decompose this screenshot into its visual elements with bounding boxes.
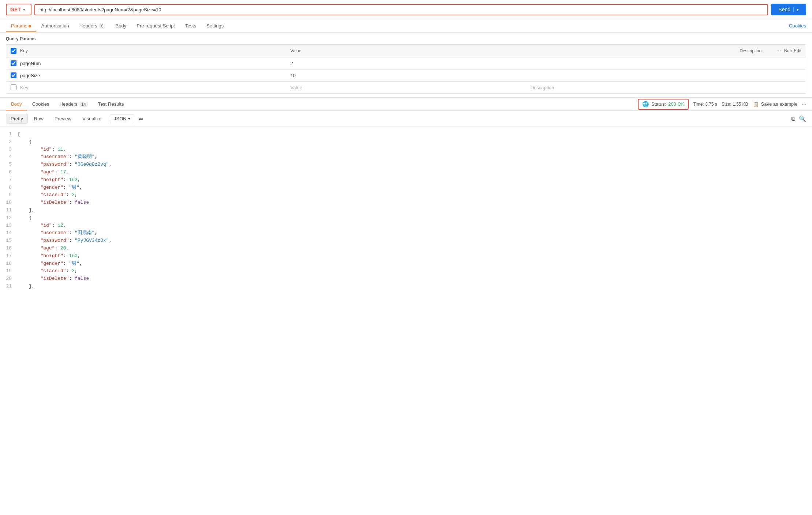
toolbar-right: ⧉ 🔍 xyxy=(791,115,806,122)
status-box: 🌐 Status: 200 OK xyxy=(638,99,689,110)
line-content: [ xyxy=(18,131,20,138)
save-example-button[interactable]: 📋 Save as example xyxy=(753,101,798,107)
code-line: 13 "id": 12, xyxy=(0,222,812,230)
param-actions-cell-0 xyxy=(766,57,806,69)
tab-headers[interactable]: Headers 6 xyxy=(74,19,111,32)
url-bar: GET ▾ Send ▾ xyxy=(0,0,812,19)
line-number: 5 xyxy=(3,161,18,169)
cookies-link[interactable]: Cookies xyxy=(789,23,806,29)
code-line: 4 "username": "黄晓明", xyxy=(0,153,812,161)
time-text: Time: 3.75 s xyxy=(693,102,717,107)
size-text: Size: 1.55 KB xyxy=(722,102,748,107)
param-checkbox-2[interactable] xyxy=(11,84,16,90)
line-content: "username": "黄晓明", xyxy=(18,153,97,161)
response-tab-headers[interactable]: Headers 14 xyxy=(55,98,93,110)
send-dropdown-icon[interactable]: ▾ xyxy=(793,7,799,12)
url-input-wrapper[interactable] xyxy=(34,4,768,15)
tab-settings[interactable]: Settings xyxy=(201,19,229,32)
code-line: 16 "age": 20, xyxy=(0,245,812,252)
code-line: 18 "gender": "男", xyxy=(0,260,812,268)
params-dot xyxy=(29,25,31,27)
param-key-cell-2: Key xyxy=(6,82,286,94)
tab-tests[interactable]: Tests xyxy=(180,19,201,32)
line-number: 8 xyxy=(3,184,18,192)
status-code: 200 OK xyxy=(668,101,684,107)
line-content: "gender": "男", xyxy=(18,184,82,192)
filter-icon[interactable]: ⇌ xyxy=(139,116,143,122)
line-content: "gender": "男", xyxy=(18,260,82,268)
line-content: "isDelete": false xyxy=(18,275,89,283)
line-content: "height": 163, xyxy=(18,176,81,184)
line-content: "classId": 3, xyxy=(18,267,78,275)
line-content: }, xyxy=(18,283,35,290)
line-content: "isDelete": false xyxy=(18,199,89,207)
visualize-button[interactable]: Visualize xyxy=(78,114,106,124)
code-line: 21 }, xyxy=(0,283,812,290)
tab-authorization[interactable]: Authorization xyxy=(36,19,74,32)
more-icon[interactable]: ··· xyxy=(776,48,781,54)
table-row: pageSize 10 xyxy=(6,69,806,82)
raw-button[interactable]: Raw xyxy=(29,114,48,124)
code-line: 8 "gender": "男", xyxy=(0,184,812,192)
line-number: 19 xyxy=(3,267,18,275)
line-number: 11 xyxy=(3,207,18,214)
params-table: Key Value Description ··· Bulk Edit xyxy=(6,44,806,94)
more-options-icon[interactable]: ··· xyxy=(802,101,806,107)
line-number: 14 xyxy=(3,229,18,237)
save-icon: 📋 xyxy=(753,101,759,107)
json-format-selector[interactable]: JSON ▾ xyxy=(110,114,134,123)
response-tabs-row: Body Cookies Headers 14 Test Results 🌐 S… xyxy=(0,97,812,111)
bulk-edit-btn[interactable]: Bulk Edit xyxy=(784,48,801,53)
tab-pre-request-script[interactable]: Pre-request Script xyxy=(131,19,180,32)
response-tab-body[interactable]: Body xyxy=(6,98,27,110)
col-header-value: Value xyxy=(286,45,526,57)
preview-button[interactable]: Preview xyxy=(50,114,76,124)
tab-body[interactable]: Body xyxy=(111,19,132,32)
code-line: 20 "isDelete": false xyxy=(0,275,812,283)
param-actions-cell-2 xyxy=(766,82,806,94)
code-line: 9 "classId": 3, xyxy=(0,191,812,199)
line-number: 15 xyxy=(3,237,18,245)
send-button[interactable]: Send ▾ xyxy=(771,4,806,15)
copy-icon[interactable]: ⧉ xyxy=(791,116,795,122)
param-value-cell-2: Value xyxy=(286,82,526,94)
param-checkbox-0[interactable] xyxy=(11,60,16,66)
response-tab-cookies[interactable]: Cookies xyxy=(27,98,55,110)
tab-params[interactable]: Params xyxy=(6,19,36,32)
search-icon[interactable]: 🔍 xyxy=(799,115,806,122)
pretty-button[interactable]: Pretty xyxy=(6,114,28,124)
table-row: pageNum 2 xyxy=(6,57,806,69)
line-number: 3 xyxy=(3,146,18,154)
code-line: 12 { xyxy=(0,214,812,222)
line-content: "age": 20, xyxy=(18,245,69,252)
method-selector[interactable]: GET ▾ xyxy=(6,4,31,15)
line-number: 17 xyxy=(3,252,18,260)
line-number: 16 xyxy=(3,245,18,252)
param-actions-cell-1 xyxy=(766,69,806,82)
param-desc-cell-1 xyxy=(526,69,766,82)
param-checkbox-1[interactable] xyxy=(11,72,16,78)
line-number: 13 xyxy=(3,222,18,230)
code-line: 15 "password": "PyJGVJ4z3x", xyxy=(0,237,812,245)
col-header-key: Key xyxy=(6,45,286,57)
line-content: "height": 160, xyxy=(18,252,81,260)
response-status-area: 🌐 Status: 200 OK Time: 3.75 s Size: 1.55… xyxy=(638,99,806,110)
line-number: 20 xyxy=(3,275,18,283)
code-line: 10 "isDelete": false xyxy=(0,199,812,207)
status-label: Status: xyxy=(651,101,666,107)
code-line: 2 { xyxy=(0,138,812,146)
select-all-checkbox[interactable] xyxy=(11,48,16,54)
url-input[interactable] xyxy=(40,7,763,12)
param-desc-cell-2: Description xyxy=(526,82,766,94)
code-line: 19 "classId": 3, xyxy=(0,267,812,275)
line-content: "password": "PyJGVJ4z3x", xyxy=(18,237,112,245)
line-number: 21 xyxy=(3,283,18,290)
col-header-actions: ··· Bulk Edit xyxy=(766,45,806,57)
line-number: 6 xyxy=(3,169,18,176)
response-tab-test-results[interactable]: Test Results xyxy=(93,98,129,110)
line-number: 4 xyxy=(3,153,18,161)
headers-badge: 6 xyxy=(99,23,105,29)
code-line: 14 "username": "田震南", xyxy=(0,229,812,237)
param-desc-cell-0 xyxy=(526,57,766,69)
method-dropdown-icon: ▾ xyxy=(23,7,25,12)
